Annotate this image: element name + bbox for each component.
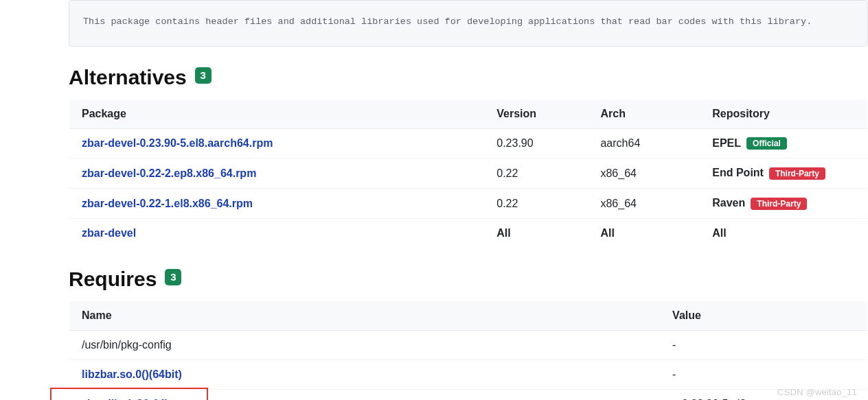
name-cell: zbar-libs(x86-64) xyxy=(69,389,661,400)
alternatives-count-badge: 3 xyxy=(195,67,212,84)
package-link[interactable]: zbar-devel-0.22-2.ep8.x86_64.rpm xyxy=(82,167,256,179)
name-cell: libzbar.so.0()(64bit) xyxy=(69,360,661,389)
th-name: Name xyxy=(69,301,661,330)
table-row: zbar-devel-0.23.90-5.el8.aarch64.rpm0.23… xyxy=(69,128,868,158)
arch-cell: aarch64 xyxy=(588,128,700,158)
package-link[interactable]: zbar-devel xyxy=(82,227,136,239)
arch-cell: x86_64 xyxy=(588,189,700,219)
alternatives-title: Alternatives xyxy=(69,66,187,89)
repo-cell: EPELOfficial xyxy=(700,128,867,158)
requires-table: Name Value /usr/bin/pkg-config-libzbar.s… xyxy=(69,301,868,400)
watermark: CSDN @weitao_11 xyxy=(777,387,857,397)
table-row: libzbar.so.0()(64bit)- xyxy=(69,360,868,389)
repo-badge: Third-Party xyxy=(769,167,825,180)
requires-title: Requires xyxy=(69,268,157,291)
name-cell: /usr/bin/pkg-config xyxy=(69,330,661,360)
th-value: Value xyxy=(660,301,867,330)
value-cell: - xyxy=(660,360,867,389)
version-cell: 0.23.90 xyxy=(484,128,588,158)
th-arch: Arch xyxy=(588,99,700,128)
repo-cell: RavenThird-Party xyxy=(700,189,867,219)
table-row: zbar-develAllAllAll xyxy=(69,218,868,248)
package-link[interactable]: zbar-devel-0.22-1.el8.x86_64.rpm xyxy=(82,198,253,209)
requires-heading: Requires 3 xyxy=(69,268,868,291)
package-link[interactable]: zbar-devel-0.23.90-5.el8.aarch64.rpm xyxy=(82,137,273,149)
repo-cell: End PointThird-Party xyxy=(700,158,867,189)
repo-badge: Third-Party xyxy=(751,198,807,210)
package-description: This package contains header files and a… xyxy=(69,0,868,47)
th-package: Package xyxy=(69,99,485,128)
table-row: zbar-devel-0.22-2.ep8.x86_64.rpm0.22x86_… xyxy=(69,158,868,189)
table-row: zbar-libs(x86-64)= 0.23.90-5.el8 xyxy=(69,389,868,400)
th-version: Version xyxy=(484,99,588,128)
repo-cell: All xyxy=(700,218,867,248)
value-cell: - xyxy=(660,330,867,360)
requires-count-badge: 3 xyxy=(165,269,181,285)
version-cell: 0.22 xyxy=(484,189,588,219)
table-row: zbar-devel-0.22-1.el8.x86_64.rpm0.22x86_… xyxy=(69,189,868,219)
th-repo: Repository xyxy=(700,99,867,128)
table-row: /usr/bin/pkg-config- xyxy=(69,330,868,360)
arch-cell: x86_64 xyxy=(588,158,700,189)
alternatives-table: Package Version Arch Repository zbar-dev… xyxy=(69,99,868,248)
version-cell: 0.22 xyxy=(484,158,588,189)
version-cell: All xyxy=(484,218,588,248)
repo-badge: Official xyxy=(746,137,787,150)
arch-cell: All xyxy=(588,218,700,248)
requires-link[interactable]: libzbar.so.0()(64bit) xyxy=(82,368,182,380)
alternatives-heading: Alternatives 3 xyxy=(69,66,868,89)
